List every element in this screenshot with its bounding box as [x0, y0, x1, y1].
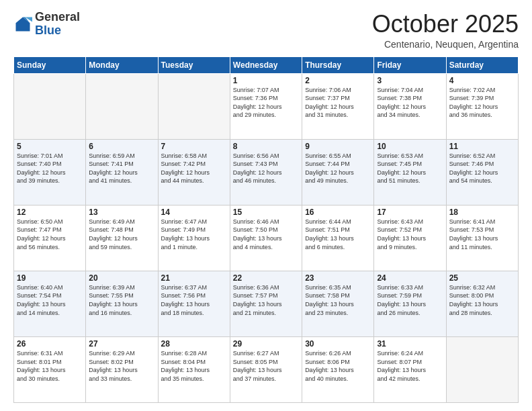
calendar-cell: 23Sunrise: 6:35 AM Sunset: 7:58 PM Dayli…	[302, 271, 374, 336]
calendar-body: 1Sunrise: 7:07 AM Sunset: 7:36 PM Daylig…	[14, 73, 519, 402]
logo-blue-label: Blue	[35, 24, 80, 38]
calendar-cell: 22Sunrise: 6:36 AM Sunset: 7:57 PM Dayli…	[230, 271, 302, 336]
day-number: 14	[161, 208, 227, 217]
day-info: Sunrise: 6:53 AM Sunset: 7:45 PM Dayligh…	[377, 152, 443, 185]
calendar-cell: 18Sunrise: 6:41 AM Sunset: 7:53 PM Dayli…	[446, 205, 518, 271]
logo-text: General Blue	[35, 11, 80, 38]
day-number: 28	[161, 339, 227, 349]
calendar-cell	[14, 73, 86, 139]
day-info: Sunrise: 6:47 AM Sunset: 7:49 PM Dayligh…	[161, 218, 227, 251]
calendar-cell: 27Sunrise: 6:29 AM Sunset: 8:02 PM Dayli…	[86, 336, 158, 402]
day-info: Sunrise: 6:28 AM Sunset: 8:04 PM Dayligh…	[161, 349, 227, 383]
page: General Blue October 2025 Centenario, Ne…	[0, 0, 532, 411]
day-info: Sunrise: 6:37 AM Sunset: 7:56 PM Dayligh…	[161, 283, 227, 317]
day-number: 24	[377, 273, 443, 283]
day-number: 2	[305, 76, 371, 85]
calendar-header: Sunday Monday Tuesday Wednesday Thursday…	[14, 56, 519, 73]
day-info: Sunrise: 6:41 AM Sunset: 7:53 PM Dayligh…	[449, 218, 515, 251]
col-monday: Monday	[86, 56, 158, 73]
calendar-week-3: 12Sunrise: 6:50 AM Sunset: 7:47 PM Dayli…	[14, 205, 519, 271]
logo-general-label: General	[35, 11, 80, 24]
day-number: 12	[17, 208, 83, 217]
day-number: 18	[449, 208, 515, 217]
day-number: 5	[17, 142, 83, 151]
day-info: Sunrise: 6:27 AM Sunset: 8:05 PM Dayligh…	[233, 349, 299, 383]
calendar-cell: 19Sunrise: 6:40 AM Sunset: 7:54 PM Dayli…	[14, 271, 86, 336]
day-number: 1	[233, 76, 299, 85]
calendar-cell	[86, 73, 158, 139]
day-number: 29	[233, 339, 299, 349]
day-number: 27	[89, 339, 154, 349]
calendar-cell: 20Sunrise: 6:39 AM Sunset: 7:55 PM Dayli…	[86, 271, 158, 336]
day-number: 19	[17, 273, 83, 283]
day-info: Sunrise: 6:49 AM Sunset: 7:48 PM Dayligh…	[89, 218, 154, 251]
calendar-week-2: 5Sunrise: 7:01 AM Sunset: 7:40 PM Daylig…	[14, 139, 519, 205]
calendar-cell: 26Sunrise: 6:31 AM Sunset: 8:01 PM Dayli…	[14, 336, 86, 402]
calendar-cell: 17Sunrise: 6:43 AM Sunset: 7:52 PM Dayli…	[374, 205, 446, 271]
location: Centenario, Neuquen, Argentina	[372, 39, 519, 50]
calendar-week-4: 19Sunrise: 6:40 AM Sunset: 7:54 PM Dayli…	[14, 271, 519, 336]
day-info: Sunrise: 6:32 AM Sunset: 8:00 PM Dayligh…	[449, 283, 515, 317]
month-title: October 2025	[372, 11, 519, 38]
calendar-cell: 6Sunrise: 6:59 AM Sunset: 7:41 PM Daylig…	[86, 139, 158, 205]
day-number: 8	[233, 142, 299, 151]
day-number: 9	[305, 142, 371, 151]
logo-icon	[13, 15, 32, 34]
day-number: 25	[449, 273, 515, 283]
col-friday: Friday	[374, 56, 446, 73]
day-info: Sunrise: 6:39 AM Sunset: 7:55 PM Dayligh…	[89, 283, 154, 317]
calendar-cell: 25Sunrise: 6:32 AM Sunset: 8:00 PM Dayli…	[446, 271, 518, 336]
day-number: 6	[89, 142, 154, 151]
day-info: Sunrise: 6:33 AM Sunset: 7:59 PM Dayligh…	[377, 283, 443, 317]
calendar-cell: 15Sunrise: 6:46 AM Sunset: 7:50 PM Dayli…	[230, 205, 302, 271]
calendar-week-5: 26Sunrise: 6:31 AM Sunset: 8:01 PM Dayli…	[14, 336, 519, 402]
calendar-cell: 29Sunrise: 6:27 AM Sunset: 8:05 PM Dayli…	[230, 336, 302, 402]
day-number: 20	[89, 273, 154, 283]
calendar-cell: 16Sunrise: 6:44 AM Sunset: 7:51 PM Dayli…	[302, 205, 374, 271]
calendar-cell: 5Sunrise: 7:01 AM Sunset: 7:40 PM Daylig…	[14, 139, 86, 205]
day-info: Sunrise: 7:01 AM Sunset: 7:40 PM Dayligh…	[17, 152, 83, 185]
day-number: 21	[161, 273, 227, 283]
col-sunday: Sunday	[14, 56, 86, 73]
calendar-cell: 14Sunrise: 6:47 AM Sunset: 7:49 PM Dayli…	[158, 205, 230, 271]
calendar-cell: 8Sunrise: 6:56 AM Sunset: 7:43 PM Daylig…	[230, 139, 302, 205]
day-number: 15	[233, 208, 299, 217]
calendar-cell: 30Sunrise: 6:26 AM Sunset: 8:06 PM Dayli…	[302, 336, 374, 402]
day-info: Sunrise: 6:55 AM Sunset: 7:44 PM Dayligh…	[305, 152, 371, 185]
calendar-cell: 24Sunrise: 6:33 AM Sunset: 7:59 PM Dayli…	[374, 271, 446, 336]
day-number: 17	[377, 208, 443, 217]
day-info: Sunrise: 6:46 AM Sunset: 7:50 PM Dayligh…	[233, 218, 299, 251]
day-info: Sunrise: 7:06 AM Sunset: 7:37 PM Dayligh…	[305, 86, 371, 120]
calendar-cell: 28Sunrise: 6:28 AM Sunset: 8:04 PM Dayli…	[158, 336, 230, 402]
title-block: October 2025 Centenario, Neuquen, Argent…	[372, 11, 519, 50]
calendar-cell: 9Sunrise: 6:55 AM Sunset: 7:44 PM Daylig…	[302, 139, 374, 205]
header-row: Sunday Monday Tuesday Wednesday Thursday…	[14, 56, 519, 73]
header: General Blue October 2025 Centenario, Ne…	[13, 11, 519, 50]
day-info: Sunrise: 6:58 AM Sunset: 7:42 PM Dayligh…	[161, 152, 227, 185]
day-info: Sunrise: 6:50 AM Sunset: 7:47 PM Dayligh…	[17, 218, 83, 251]
day-info: Sunrise: 6:40 AM Sunset: 7:54 PM Dayligh…	[17, 283, 83, 317]
day-info: Sunrise: 6:44 AM Sunset: 7:51 PM Dayligh…	[305, 218, 371, 251]
day-info: Sunrise: 6:26 AM Sunset: 8:06 PM Dayligh…	[305, 349, 371, 383]
calendar-cell: 13Sunrise: 6:49 AM Sunset: 7:48 PM Dayli…	[86, 205, 158, 271]
calendar-cell: 10Sunrise: 6:53 AM Sunset: 7:45 PM Dayli…	[374, 139, 446, 205]
day-number: 23	[305, 273, 371, 283]
day-info: Sunrise: 6:56 AM Sunset: 7:43 PM Dayligh…	[233, 152, 299, 185]
day-info: Sunrise: 6:35 AM Sunset: 7:58 PM Dayligh…	[305, 283, 371, 317]
calendar-cell	[158, 73, 230, 139]
calendar-cell: 7Sunrise: 6:58 AM Sunset: 7:42 PM Daylig…	[158, 139, 230, 205]
calendar-cell	[446, 336, 518, 402]
day-number: 31	[377, 339, 443, 349]
calendar-table: Sunday Monday Tuesday Wednesday Thursday…	[13, 56, 519, 403]
calendar-cell: 2Sunrise: 7:06 AM Sunset: 7:37 PM Daylig…	[302, 73, 374, 139]
col-saturday: Saturday	[446, 56, 518, 73]
day-info: Sunrise: 6:43 AM Sunset: 7:52 PM Dayligh…	[377, 218, 443, 251]
calendar-cell: 12Sunrise: 6:50 AM Sunset: 7:47 PM Dayli…	[14, 205, 86, 271]
day-number: 30	[305, 339, 371, 349]
day-info: Sunrise: 6:52 AM Sunset: 7:46 PM Dayligh…	[449, 152, 515, 185]
svg-marker-0	[16, 17, 30, 31]
day-number: 10	[377, 142, 443, 151]
day-info: Sunrise: 7:04 AM Sunset: 7:38 PM Dayligh…	[377, 86, 443, 120]
col-thursday: Thursday	[302, 56, 374, 73]
calendar-cell: 21Sunrise: 6:37 AM Sunset: 7:56 PM Dayli…	[158, 271, 230, 336]
